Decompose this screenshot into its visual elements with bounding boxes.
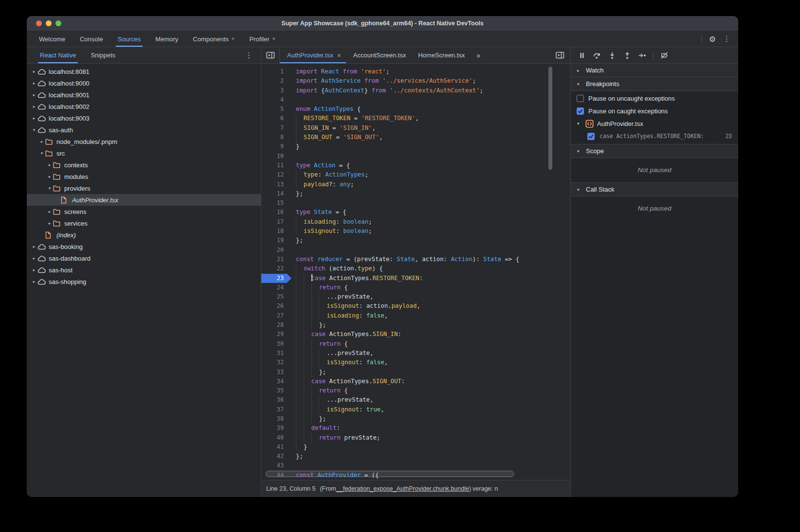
line-number[interactable]: 33 [261,368,288,377]
code-line-text[interactable]: type Action = { [296,161,350,170]
callstack-section-header[interactable]: ▾ Call Stack [571,182,738,196]
code-line-text[interactable]: isSignout: true, [296,405,384,414]
code-line-text[interactable]: payload?: any; [296,180,354,189]
line-number[interactable]: 26 [261,301,288,311]
minimize-window-button[interactable] [46,20,52,26]
tree-collapsed-arrow-icon[interactable]: ▸ [31,81,37,86]
code-line-text[interactable]: case ActionTypes.RESTORE_TOKEN: [296,274,423,283]
line-number[interactable]: 3 [261,86,288,95]
line-number[interactable]: 9 [261,142,288,151]
line-number[interactable]: 7 [261,124,288,133]
main-tab-components[interactable]: Components✳ [185,31,242,47]
code-line-text[interactable]: }; [296,320,326,330]
code-line-text[interactable]: }; [296,236,303,245]
tree-item-localhost-9000[interactable]: ▸localhost:9000 [27,77,261,89]
line-number[interactable]: 43 [261,461,288,470]
line-number[interactable]: 8 [261,133,288,142]
zoom-window-button[interactable] [55,20,61,26]
main-tab-memory[interactable]: Memory [148,31,185,47]
code-line-text[interactable]: isLoading: false, [296,311,388,320]
breakpoint-entry[interactable]: case ActionTypes.RESTORE_TOKEN: 23 [571,130,738,142]
line-number[interactable]: 31 [261,349,288,358]
scope-section-header[interactable]: ▾ Scope [571,144,738,158]
line-number[interactable]: 23 [261,274,288,283]
pause-button[interactable] [574,49,589,62]
code-line-text[interactable]: }; [296,452,303,461]
tree-item-sas-shopping[interactable]: ▸sas-shopping [27,276,261,287]
tree-collapsed-arrow-icon[interactable]: ▸ [46,162,53,167]
line-number[interactable]: 30 [261,339,288,349]
line-number[interactable]: 40 [261,433,288,443]
tree-collapsed-arrow-icon[interactable]: ▸ [46,174,53,179]
toggle-navigator-button[interactable] [261,47,280,63]
tree-item-screens[interactable]: ▸screens [27,206,261,217]
tree-expanded-arrow-icon[interactable]: ▾ [38,151,45,156]
tree-item-contexts[interactable]: ▸contexts [27,159,261,171]
code-line-text[interactable]: enum ActionTypes { [296,105,361,114]
line-number[interactable]: 42 [261,452,288,461]
line-number[interactable]: 38 [261,414,288,424]
line-number[interactable]: 29 [261,330,288,339]
line-number[interactable]: 15 [261,198,288,208]
tree-item-sas-booking[interactable]: ▸sas-booking [27,241,261,252]
code-line-text[interactable]: isSignout: action.payload, [296,301,420,311]
navigator-tab-snippets[interactable]: Snippets [83,47,123,63]
editor-tab-homescreen-tsx[interactable]: HomeScreen.tsx [411,47,470,63]
tree-item-localhost-9002[interactable]: ▸localhost:9002 [27,101,261,112]
line-number[interactable]: 32 [261,358,288,367]
line-number[interactable]: 4 [261,95,288,105]
line-number[interactable]: 19 [261,236,288,245]
line-number[interactable]: 10 [261,152,288,161]
line-number[interactable]: 20 [261,246,288,255]
code-line-text[interactable]: import React from 'react'; [296,67,390,76]
main-tab-console[interactable]: Console [73,31,110,47]
line-number[interactable]: 24 [261,283,288,292]
code-line-text[interactable]: case ActionTypes.SIGN_IN: [296,330,401,339]
line-number[interactable]: 11 [261,161,288,170]
tree-collapsed-arrow-icon[interactable]: ▸ [46,221,53,226]
tree-item--index-[interactable]: (index) [27,229,261,241]
tree-item-services[interactable]: ▸services [27,217,261,229]
line-number[interactable]: 37 [261,405,288,414]
code-line-text[interactable]: const reducer = (prevState: State, actio… [296,255,519,264]
line-number[interactable]: 22 [261,264,288,273]
code-line-text[interactable]: return { [296,283,348,292]
tree-item-src[interactable]: ▾src [27,147,261,159]
tree-collapsed-arrow-icon[interactable]: ▸ [31,256,37,261]
more-tabs-button[interactable]: » [470,52,488,59]
code-line-text[interactable]: type State = { [296,208,346,217]
line-number[interactable]: 1 [261,67,288,76]
main-menu-kebab-icon[interactable]: ⋮ [723,35,730,43]
tree-item-providers[interactable]: ▾providers [27,182,261,194]
code-line-text[interactable]: const AuthProvider = ({ [296,471,379,480]
code-line-text[interactable]: default: [296,424,340,433]
code-line-text[interactable]: return { [296,386,348,395]
tree-collapsed-arrow-icon[interactable]: ▸ [31,267,37,272]
tree-item-sas-auth[interactable]: ▾sas-auth [27,124,261,136]
tree-item-sas-host[interactable]: ▸sas-host [27,264,261,276]
code-line-text[interactable]: isSignout: false, [296,358,388,367]
code-line-text[interactable]: return prevState; [296,433,380,443]
code-line-text[interactable]: import AuthService from '../services/Aut… [296,76,476,86]
tree-item-modules[interactable]: ▸modules [27,171,261,182]
step-over-button[interactable] [589,49,604,62]
code-line-text[interactable]: }; [296,414,326,424]
tree-item-localhost-9001[interactable]: ▸localhost:9001 [27,89,261,101]
source-map-link[interactable]: __federation_expose_AuthProvider.chunk.b… [336,485,469,492]
code-line-text[interactable]: SIGN_IN = 'SIGN_IN', [296,124,376,133]
line-number[interactable]: 25 [261,292,288,301]
breakpoint-entry-checkbox[interactable] [587,133,595,140]
main-tab-profiler[interactable]: Profiler✳ [242,31,283,47]
editor-tab-accountscreen-tsx[interactable]: AccountScreen.tsx [346,47,411,63]
tree-collapsed-arrow-icon[interactable]: ▸ [31,104,37,109]
step-out-button[interactable] [619,49,635,62]
tree-collapsed-arrow-icon[interactable]: ▸ [31,244,37,249]
main-tab-welcome[interactable]: Welcome [32,31,73,47]
tree-expanded-arrow-icon[interactable]: ▾ [31,127,37,132]
line-number[interactable]: 34 [261,377,288,386]
code-line-text[interactable]: ...prevState, [296,395,373,405]
line-number[interactable]: 36 [261,395,288,405]
vertical-scrollbar-thumb[interactable] [548,67,552,170]
tree-collapsed-arrow-icon[interactable]: ▸ [38,139,45,144]
tree-collapsed-arrow-icon[interactable]: ▸ [31,116,37,121]
